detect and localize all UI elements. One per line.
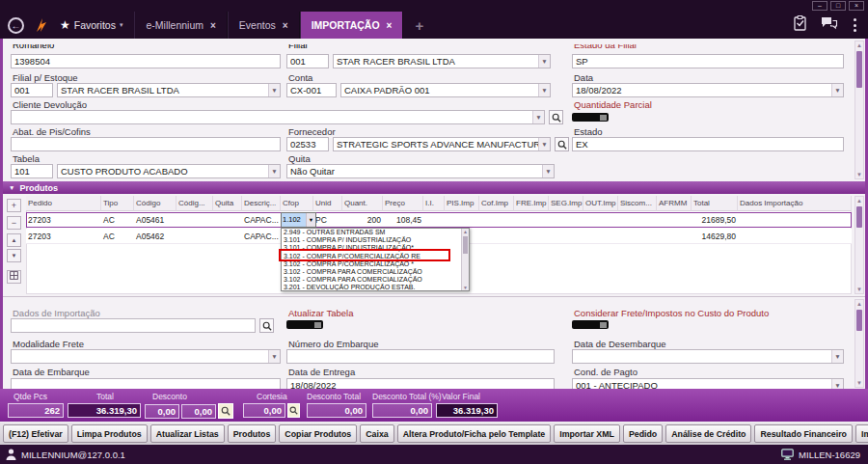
close-icon[interactable]: × [387, 20, 393, 31]
cfop-option-highlighted[interactable]: 3.102 - COMPRA P/COMERCIALIZAÇÃO RE [282, 253, 461, 260]
move-row-up-button[interactable]: ▲ [7, 233, 21, 247]
estado-filial-field[interactable]: SP [572, 54, 844, 68]
col-header[interactable]: Unid [313, 196, 342, 211]
col-header[interactable]: Códig... [176, 196, 213, 211]
col-header[interactable]: I.I. [423, 196, 445, 211]
move-row-down-button[interactable]: ▼ [7, 249, 21, 262]
cortesia-search-button[interactable] [287, 403, 300, 418]
back-button[interactable]: ← [8, 17, 24, 34]
scrollbar-thumb[interactable] [856, 51, 862, 88]
scrollbar-thumb[interactable] [856, 310, 862, 331]
scroll-up-icon[interactable]: ▲ [855, 41, 863, 49]
cortesia-value[interactable]: 0,00 [243, 403, 285, 418]
remove-row-button[interactable]: − [7, 216, 21, 230]
scroll-down-icon[interactable]: ▼ [855, 286, 863, 293]
fornecedor-code-field[interactable]: 02533 [286, 137, 329, 151]
close-button[interactable]: × [849, 1, 864, 11]
analise-credito-button[interactable]: Análise de Crédito [665, 424, 751, 443]
table-row[interactable]: 27203 AC A05461 CAPAC... PC 200 108,45 2… [26, 212, 852, 228]
data-embarque-field[interactable] [11, 378, 281, 389]
scrollbar-thumb[interactable] [463, 236, 468, 254]
altera-produto-template-button[interactable]: Altera Produto/Ficha pelo Template [397, 424, 551, 443]
limpa-produtos-button[interactable]: Limpa Produtos [71, 424, 148, 443]
col-header[interactable]: AFRMM [657, 196, 692, 211]
caixa-button[interactable]: Caixa [360, 424, 393, 443]
fornecedor-search-button[interactable] [555, 137, 569, 151]
col-header[interactable]: Quita [213, 196, 242, 211]
tab-e-millennium[interactable]: e-Millennium × [134, 12, 227, 39]
col-header[interactable]: Preço [383, 196, 423, 211]
chevron-down-icon[interactable]: ▼ [542, 165, 554, 177]
chevron-down-icon[interactable]: ▼ [831, 379, 843, 389]
produtos-section-header[interactable]: ▼ Produtos [3, 181, 865, 194]
abat-pis-cofins-field[interactable] [11, 137, 281, 151]
form-scrollbar[interactable]: ▲ ▼ [854, 41, 864, 179]
romaneio-field[interactable]: 1398504 [11, 54, 281, 68]
col-header[interactable]: Quant. [342, 196, 383, 211]
dados-importacao-search-button[interactable] [259, 318, 274, 333]
cfop-option[interactable]: 3.101 - COMPRA P/ INDUSTRIALIZAÇÃO [282, 236, 461, 244]
cfop-editor[interactable]: 1.102 ▼ [281, 212, 316, 228]
col-header[interactable]: OUT.Imp [583, 196, 618, 211]
produtos-scrollbar[interactable]: ▲ ▼ [854, 196, 864, 294]
cliente-devolucao-search-button[interactable] [549, 110, 563, 124]
scroll-down-icon[interactable]: ▼ [855, 379, 863, 387]
data-entrega-field[interactable]: 18/08/2022 [286, 378, 555, 389]
col-header[interactable]: Cof.Imp [479, 196, 514, 211]
chevron-down-icon[interactable]: ▼ [538, 84, 550, 96]
close-icon[interactable]: × [210, 20, 216, 31]
desconto-value-2[interactable]: 0,00 [181, 404, 216, 419]
scroll-up-icon[interactable]: ▲ [855, 300, 863, 308]
dropdown-scrollbar[interactable]: ▲ ▼ [461, 229, 469, 290]
scroll-down-icon[interactable]: ▼ [855, 171, 863, 178]
clipboard-check-icon[interactable] [793, 15, 807, 35]
atualizar-listas-button[interactable]: Atualizar Listas [150, 424, 225, 443]
conta-code-field[interactable]: CX-001 [286, 83, 337, 97]
chevron-down-icon[interactable]: ▼ [831, 350, 843, 363]
filial-estoque-code-field[interactable]: 001 [11, 83, 53, 97]
desconto-value-1[interactable]: 0,00 [145, 404, 179, 419]
chevron-down-icon[interactable]: ▼ [538, 55, 550, 68]
chevron-down-icon[interactable]: ▼ [268, 165, 280, 177]
fornecedor-combo[interactable]: STRATEGIC SPORTS ADVANCE MANUFACTURING L… [333, 137, 551, 151]
scroll-down-icon[interactable]: ▼ [462, 285, 469, 290]
qtde-pcs-value[interactable]: 262 [8, 403, 64, 418]
quita-combo[interactable]: Não Quitar▼ [286, 164, 555, 178]
copiar-produtos-button[interactable]: Copiar Produtos [279, 424, 357, 443]
cfop-option[interactable]: 3.102 - COMPRA PARA COMERCIALIZAÇÃO [282, 276, 461, 284]
favorites-menu[interactable]: ★ Favoritos ▾ [60, 18, 122, 32]
cfop-option[interactable]: 3.102 - COMPRA P/COMERCIALIZAÇÃO * [282, 260, 461, 268]
tabela-code-field[interactable]: 101 [11, 164, 53, 178]
kebab-menu-icon[interactable] [852, 16, 858, 34]
grid-view-button[interactable] [7, 270, 21, 284]
pedido-button[interactable]: Pedido [623, 424, 663, 443]
data-combo[interactable]: 18/08/2022▼ [572, 83, 844, 97]
cfop-option[interactable]: 3.101 - COMPRA P/ INDUSTRIALIZAÇÃO* [282, 244, 461, 252]
scroll-up-icon[interactable]: ▲ [462, 229, 469, 234]
close-icon[interactable]: × [283, 20, 288, 31]
dados-importacao-field[interactable] [11, 318, 256, 333]
cfop-option[interactable]: 3.102 - COMPRA PARA COMERCIALIZAÇÃO [282, 268, 461, 276]
efetivar-button[interactable]: (F12) Efetivar [3, 424, 68, 443]
considerar-frete-toggle[interactable] [572, 320, 609, 329]
desconto-search-button[interactable] [218, 403, 233, 419]
modalidade-frete-combo[interactable]: ▼ [11, 349, 281, 364]
resultado-financeiro-button[interactable]: Resultado Financeiro [754, 424, 852, 443]
quantidade-parcial-toggle[interactable] [572, 113, 609, 122]
chevron-down-icon[interactable]: ▼ [268, 84, 280, 96]
filial-name-combo[interactable]: STAR RACER BRASIL LTDA▼ [333, 54, 551, 68]
col-header[interactable]: Total [692, 196, 738, 211]
desconto-total-pct-value[interactable]: 0,00 [372, 403, 432, 418]
col-header[interactable]: Código [134, 196, 176, 211]
chevron-down-icon[interactable]: ▼ [831, 84, 843, 96]
importar-di-button[interactable]: Importar DI [855, 424, 868, 443]
cfop-option[interactable]: 2.949 - OUTRAS ENTRADAS SM [282, 229, 461, 236]
new-tab-button[interactable]: + [403, 12, 435, 39]
add-row-button[interactable]: + [7, 199, 21, 212]
import-scrollbar[interactable]: ▲ ▼ [854, 299, 864, 388]
maximize-button[interactable]: □ [830, 1, 846, 11]
col-header[interactable]: Cfop [281, 196, 313, 211]
col-header[interactable]: SEG.Imp [549, 196, 583, 211]
estado-field[interactable]: EX [572, 137, 844, 151]
chevron-down-icon[interactable]: ▼ [306, 213, 315, 227]
